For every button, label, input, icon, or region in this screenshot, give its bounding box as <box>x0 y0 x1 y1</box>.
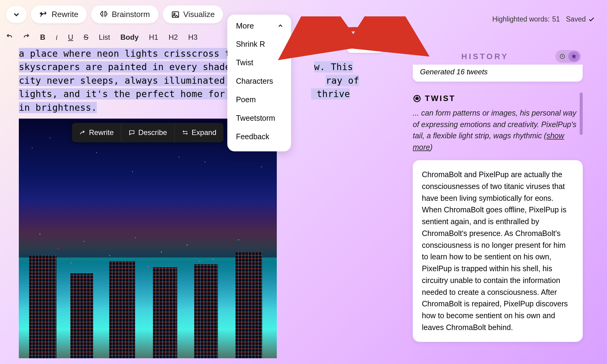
generated-image[interactable]: Rewrite Describe Expand <box>19 119 277 358</box>
image-describe-button[interactable]: Describe <box>121 123 175 142</box>
scrollbar-thumb[interactable] <box>580 93 583 135</box>
dropdown-item-characters[interactable]: Characters <box>227 72 291 90</box>
saved-label: Saved <box>566 15 586 23</box>
twist-card[interactable]: TWIST ... can form patterns or images, h… <box>413 94 583 153</box>
chevron-up-icon <box>277 22 284 29</box>
dropdown-item-poem[interactable]: Poem <box>227 90 291 109</box>
twist-label: TWIST <box>425 94 456 103</box>
chevron-down-icon <box>12 10 21 19</box>
dropdown-item-feedback[interactable]: Feedback <box>227 127 291 146</box>
list-button[interactable]: List <box>97 32 112 43</box>
dropdown-item-shrink[interactable]: Shrink R <box>227 35 291 53</box>
italic-button[interactable]: i <box>54 32 59 43</box>
brain-icon <box>100 10 108 19</box>
history-star-option[interactable] <box>568 51 580 62</box>
check-icon <box>588 16 595 23</box>
status-bar: Highlighted words: 51 Saved <box>492 15 595 23</box>
undo-button[interactable] <box>4 32 15 43</box>
format-toolbar: B i U S List Body H1 H2 H3 <box>0 29 607 47</box>
image-rewrite-button[interactable]: Rewrite <box>72 123 121 142</box>
brainstorm-label: Brainstorm <box>112 10 150 19</box>
generated-label: Generated 16 tweets <box>420 68 488 76</box>
strike-button[interactable]: S <box>82 32 90 43</box>
image-toolbar: Rewrite Describe Expand <box>72 123 223 142</box>
image-expand-button[interactable]: Expand <box>175 123 223 142</box>
history-title: HISTORY <box>415 52 555 61</box>
dropdown-item-twist[interactable]: Twist <box>227 53 291 72</box>
image-building <box>29 255 56 358</box>
body-style-button[interactable]: Body <box>119 32 141 43</box>
history-filter-toggle[interactable] <box>555 50 581 63</box>
twist-body: ... can form patterns or images, his per… <box>413 107 583 153</box>
h2-button[interactable]: H2 <box>167 32 180 43</box>
story-card[interactable]: ChromaBolt and PixelPup are actually the… <box>413 160 583 342</box>
more-dropdown: More Shrink R Twist Characters Poem Twee… <box>227 15 291 151</box>
visualize-label: Visualize <box>183 10 215 19</box>
star-icon <box>571 53 577 60</box>
expand-horizontal-icon <box>182 129 188 136</box>
sparkle-arrow-icon <box>39 10 48 19</box>
story-text: ChromaBolt and PixelPup are actually the… <box>422 170 568 332</box>
dropdown-item-tweetstorm[interactable]: Tweetstorm <box>227 109 291 127</box>
generated-card[interactable]: Generated 16 tweets <box>413 65 583 82</box>
history-icon <box>559 53 566 60</box>
twist-icon <box>413 94 421 103</box>
highlighted-words-label: Highlighted words: <box>492 15 550 23</box>
more-label: More <box>236 21 254 31</box>
redo-icon <box>23 33 30 40</box>
h3-button[interactable]: H3 <box>186 32 199 43</box>
h1-button[interactable]: H1 <box>147 32 160 43</box>
sparkle-arrow-icon <box>79 129 86 136</box>
brainstorm-button[interactable]: Brainstorm <box>91 5 158 23</box>
history-clock-option[interactable] <box>557 51 568 62</box>
settings-dropdown-button[interactable] <box>6 6 27 23</box>
history-panel: HISTORY Generated 16 tweets TWIST ... ca… <box>413 47 583 359</box>
top-toolbar: Rewrite Brainstorm Visualize More Shrink… <box>0 0 607 29</box>
text-highlight: a place where neon lights crisscross the <box>19 48 242 59</box>
more-button[interactable]: More <box>227 19 291 35</box>
visualize-button[interactable]: Visualize <box>163 5 223 23</box>
chat-icon <box>129 129 135 136</box>
editor-pane[interactable]: a place where neon lights crisscross the… <box>19 47 386 359</box>
redo-button[interactable] <box>21 32 32 43</box>
rewrite-label: Rewrite <box>52 10 78 19</box>
rewrite-button[interactable]: Rewrite <box>31 5 87 23</box>
highlighted-words-count: 51 <box>552 15 560 23</box>
svg-point-1 <box>174 13 175 15</box>
underline-button[interactable]: U <box>66 32 75 43</box>
bold-button[interactable]: B <box>38 32 47 43</box>
editor-text[interactable]: a place where neon lights crisscross the… <box>19 47 386 114</box>
image-icon <box>171 10 180 19</box>
undo-icon <box>6 33 13 40</box>
